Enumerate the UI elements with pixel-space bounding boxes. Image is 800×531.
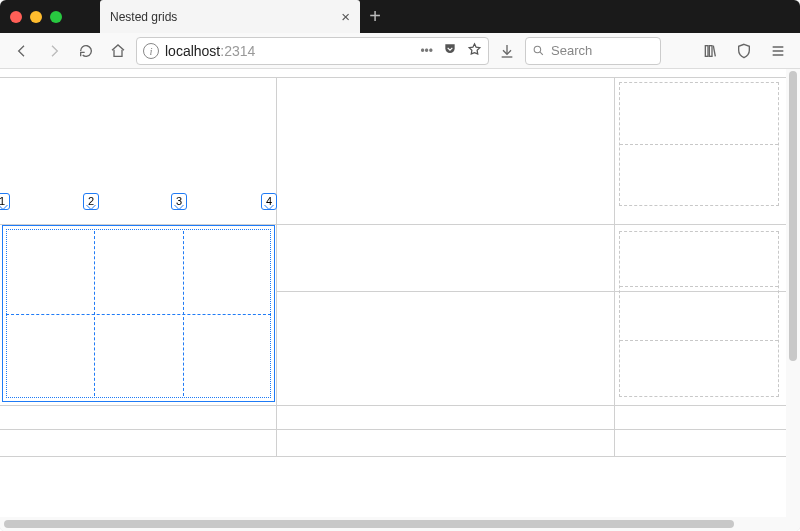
vertical-scrollbar[interactable] xyxy=(786,69,800,517)
grid-dash-line xyxy=(183,231,184,396)
svg-rect-1 xyxy=(705,45,708,56)
grid-line-label-2: 2 xyxy=(82,193,100,210)
grid-dash-line xyxy=(620,144,778,145)
search-icon xyxy=(532,44,545,57)
nested-grid-overlay xyxy=(619,231,779,397)
grid-dash-line xyxy=(620,286,778,287)
grid-line-label-4: 4 xyxy=(260,193,278,210)
browser-window: Nested grids × + i localhost:2314 ••• xyxy=(0,0,800,531)
site-info-icon[interactable]: i xyxy=(143,43,159,59)
search-placeholder: Search xyxy=(551,43,592,58)
horizontal-scrollbar[interactable] xyxy=(0,517,800,531)
window-controls xyxy=(10,11,62,23)
svg-rect-2 xyxy=(709,45,712,56)
url-host: localhost xyxy=(165,43,220,59)
bookmark-star-icon[interactable] xyxy=(467,42,482,60)
grid-line xyxy=(0,405,786,406)
titlebar: Nested grids × + xyxy=(0,0,800,33)
grid-line-label-3: 3 xyxy=(170,193,188,210)
pocket-icon[interactable] xyxy=(443,42,457,59)
menu-button[interactable] xyxy=(764,37,792,65)
tab-title: Nested grids xyxy=(110,10,331,24)
grid-inner xyxy=(6,231,271,396)
search-box[interactable]: Search xyxy=(525,37,661,65)
url-right-actions: ••• xyxy=(420,42,482,60)
shield-icon[interactable] xyxy=(730,37,758,65)
grid-line xyxy=(276,77,277,457)
scrollbar-thumb[interactable] xyxy=(4,520,734,528)
svg-point-0 xyxy=(534,46,541,53)
url-text: localhost:2314 xyxy=(165,43,414,59)
grid-line xyxy=(0,429,786,430)
toolbar-right xyxy=(696,37,792,65)
page-viewport: 1 2 3 4 xyxy=(0,69,800,531)
page-content[interactable]: 1 2 3 4 xyxy=(0,69,786,517)
grid-line-label-1: 1 xyxy=(0,193,12,210)
maximize-window-button[interactable] xyxy=(50,11,62,23)
browser-tab[interactable]: Nested grids × xyxy=(100,0,360,33)
library-button[interactable] xyxy=(696,37,724,65)
downloads-button[interactable] xyxy=(493,37,521,65)
grid-line xyxy=(0,456,786,457)
nested-grid-overlay xyxy=(619,82,779,206)
grid-dash-line xyxy=(620,340,778,341)
address-bar[interactable]: i localhost:2314 ••• xyxy=(136,37,489,65)
selected-nested-grid xyxy=(2,225,275,402)
minimize-window-button[interactable] xyxy=(30,11,42,23)
scrollbar-thumb[interactable] xyxy=(789,71,797,361)
reload-button[interactable] xyxy=(72,37,100,65)
home-button[interactable] xyxy=(104,37,132,65)
close-tab-icon[interactable]: × xyxy=(341,8,350,25)
url-port: :2314 xyxy=(220,43,255,59)
grid-dash-line xyxy=(6,314,271,315)
more-icon[interactable]: ••• xyxy=(420,44,433,58)
navigation-toolbar: i localhost:2314 ••• Search xyxy=(0,33,800,69)
forward-button[interactable] xyxy=(40,37,68,65)
grid-line xyxy=(614,77,615,457)
grid-dash-line xyxy=(94,231,95,396)
new-tab-button[interactable]: + xyxy=(360,0,390,33)
tab-strip: Nested grids × + xyxy=(100,0,390,33)
back-button[interactable] xyxy=(8,37,36,65)
close-window-button[interactable] xyxy=(10,11,22,23)
grid-line xyxy=(0,77,786,78)
